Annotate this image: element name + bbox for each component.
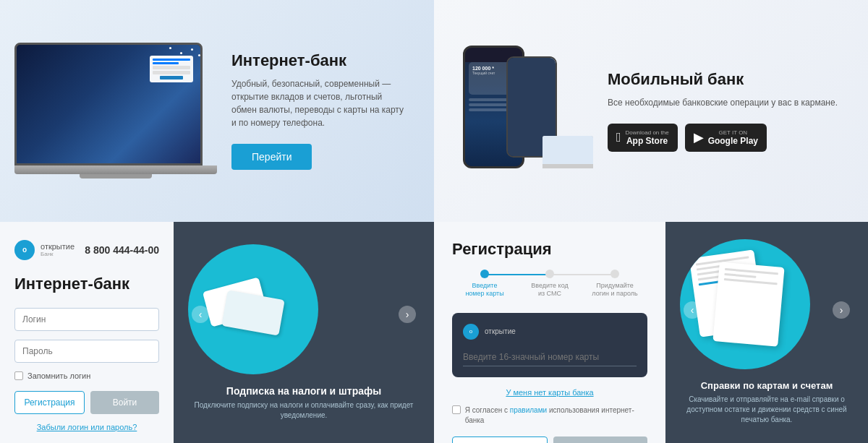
google-play-button[interactable]: ▶ GET IT ON Google Play	[685, 124, 767, 152]
register-button[interactable]: Регистрация	[14, 391, 85, 414]
carousel-area: ‹ › Подписка на налоги и штрафы Подключи…	[174, 222, 434, 444]
step-3-dot	[610, 270, 619, 278]
app-store-button[interactable]:  Download on the App Store	[608, 124, 678, 152]
card-number-input[interactable]	[463, 348, 637, 366]
reg-title: Регистрация	[452, 240, 647, 259]
panel-mobile-bank: 120 000 * Текущий счет Мобильный банк Вс…	[434, 0, 868, 222]
docs-next-button[interactable]: ›	[833, 301, 850, 319]
field-2	[153, 71, 190, 74]
docs-carousel-container: ‹ ›	[680, 239, 854, 380]
remember-checkbox[interactable]	[14, 371, 23, 380]
apple-icon: 	[616, 130, 621, 145]
store-buttons-container:  Download on the App Store ▶ GET IT ON …	[608, 124, 846, 152]
laptop-right-screen	[542, 136, 593, 163]
reg-buttons: Отмена Далее	[452, 436, 647, 443]
mobile-bank-description: Все необходимые банковские операции у ва…	[608, 96, 846, 109]
progress-steps: Введитеномер карты Введите кодиз СМС При…	[452, 270, 647, 298]
mockup-btn	[160, 76, 182, 79]
agreement-checkbox[interactable]	[452, 405, 461, 414]
phones-illustration: 120 000 * Текущий счет	[448, 38, 593, 183]
remember-container: Запомнить логин	[14, 371, 159, 380]
step-1-dot	[480, 270, 489, 278]
carousel-prev-button[interactable]: ‹	[192, 306, 209, 323]
agreement-text: Я согласен с правилами использования инт…	[465, 405, 647, 426]
bank-logo: о	[14, 240, 35, 260]
step-1: Введитеномер карты	[452, 270, 517, 298]
panel-registration: Регистрация Введитеномер карты Введите к…	[434, 222, 868, 444]
field-1	[153, 66, 190, 69]
bank-header: о открытие Банк 8 800 444-44-00	[14, 240, 159, 260]
carousel-next-button[interactable]: ›	[399, 306, 416, 323]
internet-bank-title: Интернет-банк	[231, 51, 405, 70]
google-play-subtitle: GET IT ON	[708, 129, 758, 136]
laptop-illustration	[14, 43, 217, 179]
doc2-line-2	[724, 273, 756, 278]
doc2-line-3	[724, 278, 778, 285]
laptop-screen	[17, 45, 200, 163]
login-input[interactable]	[14, 308, 159, 331]
carousel-title: Подписка на налоги и штрафы	[188, 385, 420, 397]
menu-item-1	[469, 98, 509, 101]
agreement-link[interactable]: правилами	[510, 406, 547, 414]
internet-bank-description: Удобный, безопасный, современный — откры…	[231, 77, 405, 129]
panel-internet-bank: Интернет-банк Удобный, безопасный, совре…	[0, 0, 434, 222]
bank-phone: 8 800 444-44-00	[80, 244, 159, 256]
login-form-panel: о открытие Банк 8 800 444-44-00 Интернет…	[0, 222, 174, 444]
laptop-stand	[80, 174, 152, 179]
line-2	[153, 62, 179, 64]
stars-decoration	[191, 48, 193, 51]
laptop-mockup	[14, 43, 203, 165]
carousel-text: Подключите подписку на налоги и оплачива…	[188, 400, 420, 421]
menu-item-2	[469, 103, 509, 106]
login-button[interactable]: Войти	[90, 391, 159, 414]
phone-notch	[485, 48, 503, 51]
laptop-right-mockup	[542, 136, 593, 168]
step-1-label: Введитеномер карты	[465, 282, 503, 298]
card-input-box: о открытие	[452, 313, 647, 377]
password-input[interactable]	[14, 340, 159, 363]
internet-bank-content: Интернет-банк Удобный, безопасный, совре…	[217, 51, 405, 170]
cancel-button[interactable]: Отмена	[452, 436, 548, 443]
step-2: Введите кодиз СМС	[517, 270, 582, 298]
no-card-link[interactable]: У меня нет карты банка	[452, 388, 647, 397]
panel-login: о открытие Банк 8 800 444-44-00 Интернет…	[0, 222, 434, 444]
docs-prev-button[interactable]: ‹	[684, 301, 701, 319]
docs-title: Справки по картам и счетам	[680, 380, 854, 391]
step-3-label: Придумайтелогин и пароль	[592, 282, 637, 298]
cards-illustration	[210, 280, 297, 338]
docs-carousel-area: ‹ › Справки по картам и счетам Скачивайт…	[665, 222, 868, 444]
app-store-subtitle: Download on the	[626, 129, 669, 136]
card-input-logo-row: о открытие	[463, 324, 637, 340]
bank-sub: Банк	[41, 251, 75, 257]
forgot-link[interactable]: Забыли логин или пароль?	[14, 423, 159, 431]
card-2	[221, 290, 284, 335]
doc-2	[712, 262, 784, 347]
docs-caption: Справки по картам и счетам Скачивайте и …	[680, 380, 854, 425]
agreement-row: Я согласен с правилами использования инт…	[452, 405, 647, 426]
remember-label: Запомнить логин	[27, 371, 90, 380]
step-2-label: Введите кодиз СМС	[531, 282, 568, 298]
mobile-bank-title: Мобильный банк	[608, 70, 846, 89]
docs-text: Скачивайте и отправляйте на e-mail справ…	[680, 395, 854, 425]
menu-item-3	[469, 108, 509, 111]
form-buttons: Регистрация Войти	[14, 391, 159, 414]
next-button[interactable]: Далее	[553, 436, 647, 443]
app-store-name: App Store	[626, 136, 669, 146]
login-title: Интернет-банк	[14, 275, 159, 293]
google-play-name: Google Play	[708, 136, 758, 146]
step-3: Придумайтелогин и пароль	[582, 270, 647, 298]
card-logo-circle: о	[463, 324, 479, 340]
line-1	[153, 59, 190, 61]
bank-name-container: открытие Банк	[41, 242, 75, 257]
google-play-icon: ▶	[694, 129, 704, 145]
go-to-bank-button[interactable]: Перейти	[231, 144, 312, 170]
step-2-dot	[545, 270, 554, 278]
login-box-mockup	[150, 56, 193, 82]
laptop-base	[14, 165, 217, 174]
carousel-caption: Подписка на налоги и штрафы Подключите п…	[188, 385, 420, 421]
bank-name: открытие	[41, 242, 75, 251]
login-main: о открытие Банк 8 800 444-44-00 Интернет…	[0, 222, 434, 444]
card-logo-text: открытие	[485, 327, 516, 335]
google-play-text: GET IT ON Google Play	[708, 129, 758, 146]
mobile-bank-content: Мобильный банк Все необходимые банковски…	[593, 70, 846, 152]
